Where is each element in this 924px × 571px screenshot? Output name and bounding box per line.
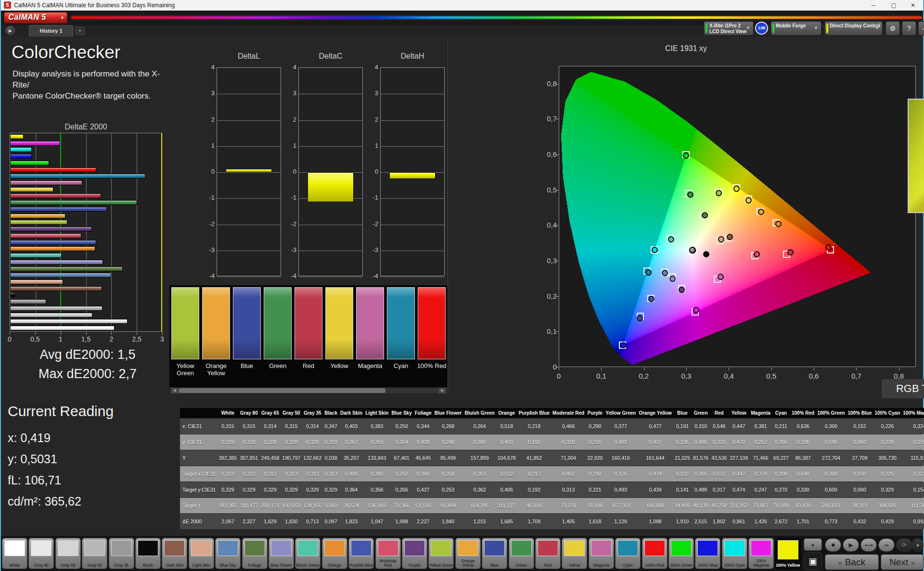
patch-button-foliage[interactable]: Foliage (242, 538, 268, 569)
cie-xtick: 0,2 (639, 372, 649, 380)
row-label: x: CIE31 (180, 419, 217, 434)
patch-swatch-blue[interactable] (233, 287, 261, 359)
nav-play-icon[interactable]: ▶ (6, 26, 15, 35)
patch-button-gray-65[interactable]: Gray 65 (55, 538, 81, 569)
patch-button-100-blue[interactable]: 100% Blue (695, 538, 720, 569)
next-button[interactable]: Next » (881, 554, 924, 570)
patch-button-orange[interactable]: Orange (322, 538, 347, 569)
patch-swatch-yellow-green[interactable] (171, 287, 199, 359)
add-tab-button[interactable]: + (75, 27, 85, 35)
patch-button-moderate-red[interactable]: Moderate Red (375, 538, 401, 569)
patch-button-white[interactable]: White (2, 538, 27, 569)
table-row: Target y:CIE310,3290,3290,3290,3290,3290… (180, 482, 924, 497)
patch-button-100-cyan[interactable]: 100% Cyan (722, 538, 747, 569)
patch-button-blue-flower[interactable]: Blue Flower (269, 538, 294, 569)
table-cell: 0,377 (604, 419, 637, 434)
row-label: ΔE 2000 (180, 514, 217, 529)
table-cell: 0,313 (259, 466, 281, 482)
table-cell: 0,314 (259, 419, 281, 434)
table-cell: 136,916 (364, 498, 390, 513)
step-icon[interactable]: ⟷ (860, 538, 877, 552)
record-icon[interactable]: ● (912, 538, 924, 552)
table-cell: 0,466 (551, 419, 586, 434)
patch-swatch-red[interactable] (295, 287, 322, 359)
patch-swatch-100-red[interactable] (418, 287, 446, 359)
meter-select-dropdown[interactable]: X-Rite i1Pro 2 LCD Direct View ▼ (704, 21, 754, 36)
gear-icon[interactable]: ⚙ (886, 21, 900, 36)
table-cell: 1,701 (790, 514, 816, 529)
patch-color-swatch (671, 540, 692, 556)
patch-button-gray-50[interactable]: Gray 50 (82, 538, 107, 569)
patch-button-magenta[interactable]: Magenta (589, 538, 614, 569)
patch-list-up-icon[interactable]: ▲ (804, 538, 822, 551)
scrollbar-thumb[interactable] (179, 388, 385, 393)
cie-ytick: 0,1 (542, 327, 557, 335)
patch-button-yellow[interactable]: Yellow (562, 538, 587, 569)
scroll-left-icon[interactable]: ◀ (171, 388, 178, 393)
patch-button-100-magenta[interactable]: 100% Magenta (748, 538, 774, 569)
help-icon[interactable]: ? (902, 21, 916, 36)
cie-xtick: 0,3 (681, 372, 692, 380)
table-cell: 2,515 (692, 514, 710, 529)
ytick-label: 1 (286, 142, 296, 149)
patch-swatch-cyan[interactable] (387, 287, 415, 359)
scroll-right-icon[interactable]: ▶ (439, 388, 446, 393)
patch-button-dark-skin[interactable]: Dark Skin (162, 538, 187, 569)
cie-xtick: 0,4 (724, 372, 734, 380)
patch-swatch-yellow[interactable] (325, 287, 353, 359)
table-cell: 0,305 (692, 466, 710, 482)
window-pattern-icon[interactable]: ▣ (804, 552, 822, 570)
patch-button-bluish-green[interactable]: Bluish Green (295, 538, 321, 569)
patch-color-swatch (431, 540, 451, 556)
patch-button-100-yellow[interactable]: 100% Yellow (775, 538, 801, 569)
horizontal-scrollbar[interactable]: ◀ ▶ (170, 387, 447, 394)
patch-button-yellow-green[interactable]: Yellow Green (428, 538, 454, 569)
calman-menu-button[interactable]: CalMAN 5 ▼ (4, 12, 67, 24)
table-cell: 0,347 (323, 419, 339, 434)
collapse-panel-icon[interactable]: ◀ (918, 21, 924, 36)
display-control-dropdown[interactable]: Direct Display Control ▼ (824, 21, 883, 36)
minimize-icon[interactable]: ─ (866, 1, 881, 10)
source-select-dropdown[interactable]: Mobile Forge ▼ (770, 21, 821, 36)
deltae-bar-chart (10, 133, 162, 332)
patch-button-gray-35[interactable]: Gray 35 (109, 538, 134, 569)
patch-button-blue[interactable]: Blue (482, 538, 507, 569)
back-button[interactable]: « Back (825, 554, 879, 570)
close-icon[interactable]: ✕ (906, 1, 920, 10)
table-cell: 22,920 (586, 450, 604, 466)
patch-swatch-orange-yellow[interactable] (202, 287, 230, 359)
patch-button-green[interactable]: Green (509, 538, 534, 569)
next-chevrons-icon: » (911, 558, 915, 567)
back-chevrons-icon: « (838, 558, 842, 567)
deltae-bar-white (10, 326, 115, 330)
patch-button-red[interactable]: Red (535, 538, 561, 569)
table-cell: 0,329 (281, 482, 302, 497)
patch-button-gray-80[interactable]: Gray 80 (28, 538, 54, 569)
table-cell: 0,266 (772, 434, 790, 450)
patch-swatch-magenta[interactable] (356, 287, 384, 359)
patch-swatch-green[interactable] (264, 287, 292, 359)
gridline (217, 94, 281, 94)
table-cell: 0,211 (772, 419, 790, 434)
patch-button-100-green[interactable]: 100% Green (668, 538, 694, 569)
patch-button-blue-sky[interactable]: Blue Sky (215, 538, 241, 569)
patch-button-cyan[interactable]: Cyan (615, 538, 641, 569)
patch-button-purplish-blue[interactable]: Purplish Blue (348, 538, 374, 569)
play-icon[interactable]: ▶ (843, 538, 859, 552)
patch-button-light-skin[interactable]: Light Skin (189, 538, 214, 569)
patch-button-100-red[interactable]: 100% Red (642, 538, 667, 569)
column-header: White (217, 408, 238, 418)
patch-color-swatch (564, 540, 585, 556)
refresh-icon[interactable]: ⟳ (896, 538, 912, 552)
table-cell: 0,328 (238, 434, 259, 450)
patch-color-swatch (218, 540, 238, 556)
tab-history-1[interactable]: History 1 (29, 25, 73, 37)
patch-button-black[interactable]: Black (135, 538, 161, 569)
deltae-bar-light-skin (10, 279, 63, 284)
continuous-read-icon[interactable]: ∞ (878, 538, 895, 552)
patch-button-orange-yellow[interactable]: Orange Yellow (455, 538, 481, 569)
stop-icon[interactable]: ■ (825, 538, 841, 552)
maximize-icon[interactable]: ▢ (886, 1, 901, 10)
deltae-bar-100-red (10, 167, 96, 172)
patch-button-purple[interactable]: Purple (402, 538, 427, 569)
